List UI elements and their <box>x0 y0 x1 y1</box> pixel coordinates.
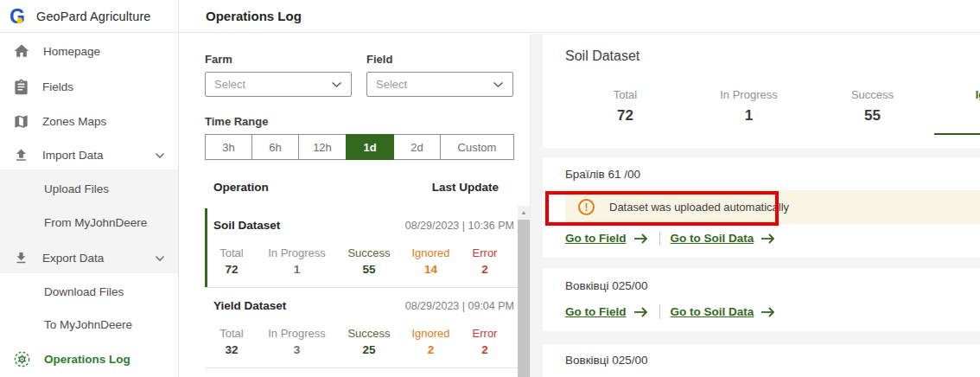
go-to-field-link[interactable]: Go to Field <box>565 305 649 318</box>
time-range-12h[interactable]: 12h <box>298 134 347 160</box>
operation-card-yield-dataset[interactable]: Yield Dataset 08/29/2023 | 09:04 PM Tota… <box>207 289 519 367</box>
time-range-2d[interactable]: 2d <box>393 134 441 160</box>
time-range-1d[interactable]: 1d <box>346 134 394 160</box>
stat-label: Ignored <box>407 327 455 340</box>
detail-title: Soil Dataset <box>565 48 640 64</box>
chevron-down-icon <box>331 81 342 88</box>
tab-label: Success <box>811 88 934 101</box>
tab-ignored[interactable]: Ignored 14 <box>934 88 980 135</box>
time-range-6h[interactable]: 6h <box>251 134 299 160</box>
chevron-down-icon <box>155 152 165 159</box>
sidebar-item-label: Upload Files <box>44 182 109 195</box>
operations-filter-panel: Farm Select Field Select Time Range 3h 6… <box>180 34 531 377</box>
stat-value: 3 <box>263 343 332 356</box>
top-bar: Operations Log <box>180 0 980 33</box>
arrow-right-icon <box>633 233 649 244</box>
sidebar-item-zones-maps[interactable]: Zones Maps <box>0 108 178 134</box>
operation-column-header: Operation <box>213 181 269 194</box>
stat-success: Success 55 <box>344 246 394 276</box>
stat-value: 2 <box>468 263 502 276</box>
last-update-column-header: Last Update <box>432 181 499 194</box>
arrow-right-icon <box>760 233 776 244</box>
tab-label: Total <box>563 88 687 101</box>
field-label: Field <box>366 53 392 66</box>
stat-label: Total <box>213 246 250 259</box>
zones-maps-icon <box>13 113 29 130</box>
field-section: Вовківці 025/00 <box>543 344 980 377</box>
operations-log-screen: G GeoPard Agriculture Homepage Fields Zo… <box>0 0 980 377</box>
arrow-right-icon <box>760 307 776 317</box>
sidebar: G GeoPard Agriculture Homepage Fields Zo… <box>0 0 179 377</box>
operation-name: Soil Dataset <box>213 219 280 232</box>
time-range-3h[interactable]: 3h <box>205 134 252 160</box>
warning-circle-icon <box>578 199 595 215</box>
brand[interactable]: G GeoPard Agriculture <box>0 0 178 33</box>
detail-tabs: Total 72 In Progress 1 Success 55 Ignore… <box>563 88 980 135</box>
time-range-group: 3h 6h 12h 1d 2d Custom <box>205 134 514 160</box>
sidebar-item-label: Fields <box>42 80 73 93</box>
stat-total: Total 72 <box>213 246 250 276</box>
sidebar-item-to-myjohndeere[interactable]: To MyJohnDeere <box>0 311 178 337</box>
sidebar-item-fields[interactable]: Fields <box>0 73 178 99</box>
sidebar-item-label: To MyJohnDeere <box>44 318 132 331</box>
stat-label: Success <box>344 246 394 259</box>
scrollbar-thumb[interactable] <box>518 220 530 377</box>
link-label: Go to Field <box>565 305 627 318</box>
go-to-soil-data-link[interactable]: Go to Soil Data <box>671 305 777 318</box>
sidebar-item-label: From MyJohnDeere <box>44 216 147 229</box>
link-label: Go to Field <box>565 232 627 245</box>
sidebar-item-export-data[interactable]: Export Data <box>0 245 178 271</box>
detail-area: Soil Dataset Total 72 In Progress 1 Succ… <box>531 34 980 377</box>
list-scrollbar[interactable] <box>518 206 530 377</box>
time-range-label: Time Range <box>205 115 268 128</box>
tab-value: 55 <box>811 107 934 125</box>
tab-label: In Progress <box>687 88 811 101</box>
tab-success[interactable]: Success 55 <box>811 88 934 135</box>
stat-in-progress: In Progress 1 <box>263 246 332 276</box>
stat-value: 72 <box>213 263 250 276</box>
stat-value: 55 <box>344 263 394 276</box>
sidebar-item-homepage[interactable]: Homepage <box>0 38 178 64</box>
stat-value: 1 <box>263 263 332 276</box>
go-to-soil-data-link[interactable]: Go to Soil Data <box>671 232 777 245</box>
tab-label: Ignored <box>934 88 980 101</box>
sidebar-item-operations-log[interactable]: Operations Log <box>0 346 178 372</box>
sidebar-item-upload-files[interactable]: Upload Files <box>0 176 178 201</box>
stat-label: Success <box>344 327 394 340</box>
link-separator <box>659 231 660 246</box>
time-range-custom[interactable]: Custom <box>440 134 514 160</box>
sidebar-item-label: Zones Maps <box>42 115 106 128</box>
upload-info-banner: Dataset was uploaded automatically <box>565 190 980 224</box>
operation-timestamp: 08/29/2023 | 10:36 PM <box>405 220 514 232</box>
banner-text: Dataset was uploaded automatically <box>609 201 789 214</box>
operation-stats: Total 32 In Progress 3 Success 25 Ignore… <box>213 327 502 356</box>
go-to-field-link[interactable]: Go to Field <box>565 232 649 245</box>
tab-value: 14 <box>934 107 980 125</box>
stat-label: In Progress <box>263 246 332 259</box>
scroll-up-icon[interactable] <box>518 206 530 219</box>
stat-label: Ignored <box>407 246 455 259</box>
list-divider <box>205 367 519 368</box>
gear-dashed-icon <box>13 350 31 368</box>
chevron-down-icon <box>155 255 165 262</box>
link-label: Go to Soil Data <box>671 232 754 245</box>
field-select[interactable]: Select <box>366 72 513 97</box>
sidebar-item-from-myjohndeere[interactable]: From MyJohnDeere <box>0 209 178 235</box>
tab-in-progress[interactable]: In Progress 1 <box>687 88 811 135</box>
field-section: Вовківці 025/00 Go to Field Go to Soil D… <box>543 268 980 331</box>
tab-value: 72 <box>563 107 687 125</box>
stat-success: Success 25 <box>344 327 394 356</box>
field-links: Go to Field Go to Soil Data <box>565 231 776 246</box>
stat-error: Error 2 <box>468 246 502 276</box>
operation-card-soil-dataset[interactable]: Soil Dataset 08/29/2023 | 10:36 PM Total… <box>207 208 519 286</box>
sidebar-item-import-data[interactable]: Import Data <box>0 142 178 168</box>
field-select-value: Select <box>376 78 407 91</box>
field-name: Вовківці 025/00 <box>565 279 648 292</box>
farm-select[interactable]: Select <box>205 72 352 97</box>
sidebar-item-download-files[interactable]: Download Files <box>0 278 178 304</box>
stat-label: Error <box>468 246 502 259</box>
sidebar-item-label: Homepage <box>43 45 100 58</box>
field-name: Браїлів 61 /00 <box>565 168 640 181</box>
stat-total: Total 32 <box>213 327 250 356</box>
tab-total[interactable]: Total 72 <box>563 88 687 135</box>
